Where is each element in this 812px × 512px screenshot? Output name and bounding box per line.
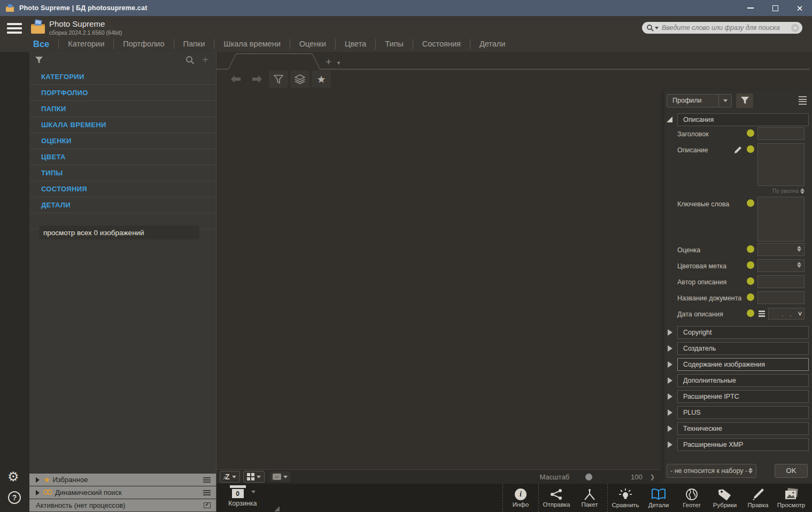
section-image-content[interactable]: Содержание изображения [677,358,809,371]
dock-item-labels[interactable]: Рубрики [708,484,741,512]
dock-item-details[interactable]: Детали [642,484,675,512]
canvas-tab[interactable] [216,52,812,70]
author-field[interactable] [757,275,805,288]
help-icon[interactable]: ? [8,491,21,504]
resize-grip[interactable] [274,506,280,511]
dynamic-search-panel-header[interactable]: Динамический поиск [29,486,216,499]
view-mode-dropdown-icon[interactable] [257,476,261,478]
view-all-images-button[interactable]: просмотр всех 0 изображений [39,226,199,239]
section-collapsed-icon[interactable] [668,409,672,416]
section-collapsed-icon[interactable] [668,393,672,400]
dock-item-view[interactable]: Просмотр [775,484,808,512]
color-label-field[interactable] [757,259,805,272]
section-collapsed-icon[interactable] [668,425,672,432]
add-collection-tab-icon[interactable]: + [326,56,331,68]
panel-menu-icon[interactable] [799,96,807,105]
date-options-icon[interactable] [759,311,765,317]
tab-folders[interactable]: Папки [183,38,205,49]
profile-combo[interactable]: Профили [667,94,732,107]
view-mode-button[interactable] [243,471,265,483]
dock-item-batch[interactable]: Пакет [573,484,606,512]
label-dropdown-icon[interactable] [283,476,288,478]
star-rating-button[interactable]: ★ [312,71,331,88]
close-button[interactable]: ✕ [787,0,812,16]
zoom-slider[interactable] [585,474,592,480]
sidebar-item-types[interactable]: ТИПЫ [29,165,216,181]
search-input[interactable] [662,24,791,32]
profile-combo-arrow-icon[interactable] [718,95,731,107]
minimize-button[interactable] [738,0,763,16]
section-expanded-icon[interactable] [667,117,672,122]
panel-scroll-strip[interactable] [661,91,664,481]
keyword-dot-icon[interactable] [747,293,754,301]
zoom-dropdown-icon[interactable]: ❯ [650,474,655,480]
keyword-dot-icon[interactable] [747,145,754,153]
edit-pencil-icon[interactable] [734,146,742,154]
search-box[interactable]: ✕ [642,22,802,34]
section-collapsed-icon[interactable] [668,345,672,352]
settings-gear-icon[interactable]: ⚙ [7,469,19,484]
section-collapsed-icon[interactable] [668,377,672,384]
sidebar-add-icon[interactable]: + [202,55,208,65]
layers-button[interactable] [290,71,310,88]
keyword-dot-icon[interactable] [747,129,754,137]
sidebar-filter-icon[interactable] [35,56,43,64]
dock-item-compare[interactable]: Сравнить [609,484,642,512]
basket-dropdown-icon[interactable] [251,491,256,493]
search-icon[interactable] [646,24,659,32]
tab-ratings[interactable]: Оценки [299,38,326,49]
section-iptc-extension[interactable]: Расширение IPTC [677,390,809,403]
description-field[interactable] [757,143,805,186]
section-technical[interactable]: Технические [677,422,809,435]
search-clear-icon[interactable]: ✕ [791,24,799,32]
keywords-field[interactable] [757,197,805,242]
default-language-spinner[interactable]: По умолча [757,188,805,194]
section-additional[interactable]: Дополнительные [677,374,809,387]
tab-details[interactable]: Детали [480,38,506,49]
dock-item-share[interactable]: Отправка [540,484,573,512]
dock-item-geotag[interactable]: Геотег [675,484,708,512]
section-descriptions[interactable]: Описания [677,113,809,126]
tab-all[interactable]: Все [33,38,49,50]
basket-button[interactable]: 0 Корзинка [228,485,257,507]
sort-dropdown-icon[interactable] [232,476,236,478]
hamburger-menu-icon[interactable] [7,23,22,36]
rating-field[interactable] [757,243,805,256]
section-collapsed-icon[interactable] [668,329,672,336]
sidebar-item-ratings[interactable]: ОЦЕНКИ [29,133,216,149]
sidebar-item-portfolio[interactable]: ПОРТФОЛИО [29,85,216,101]
document-title-field[interactable] [757,291,805,304]
title-field[interactable] [757,127,805,140]
dynamic-search-menu-icon[interactable] [203,490,211,495]
favorites-menu-icon[interactable] [203,477,211,483]
tab-types[interactable]: Типы [385,38,404,49]
maximize-button[interactable] [763,0,787,16]
date-dropdown-icon[interactable]: ˅ [798,310,802,317]
set-selector-spinner-icon[interactable] [748,468,753,474]
keyword-dot-icon[interactable] [747,245,754,253]
ok-button[interactable]: OK [775,464,808,478]
sidebar-search-icon[interactable] [185,56,195,65]
section-collapsed-icon[interactable] [668,441,672,448]
section-plus[interactable]: PLUS [677,406,809,419]
expand-arrow-icon[interactable] [36,490,40,495]
filter-button[interactable] [269,71,288,88]
add-tab-dropdown-icon[interactable]: ▼ [336,60,341,66]
tab-states[interactable]: Состояния [422,38,461,49]
section-collapsed-icon[interactable] [668,361,672,368]
sidebar-item-states[interactable]: СОСТОЯНИЯ [29,181,216,197]
sidebar-item-categories[interactable]: КАТЕГОРИИ [29,69,216,85]
dock-item-info[interactable]: i Инфо [504,484,537,512]
section-copyright[interactable]: Copyright [677,326,809,339]
keyword-dot-icon[interactable] [747,261,754,269]
section-extended-xmp[interactable]: Расширенные XMP [677,438,809,451]
sidebar-item-details[interactable]: ДЕТАЛИ [29,197,216,213]
set-selector[interactable]: - не относится к набору - [667,464,756,478]
sidebar-item-timeline[interactable]: ШКАЛА ВРЕМЕНИ [29,117,216,133]
forward-button[interactable] [248,71,267,88]
activity-expand-icon[interactable] [204,502,211,508]
dock-item-edit[interactable]: Правка [741,484,775,512]
sidebar-item-folders[interactable]: ПАПКИ [29,101,216,117]
activity-bar[interactable]: Активность (нет процессов) [29,499,216,511]
favorites-panel-header[interactable]: ★ Избранное [29,473,216,486]
